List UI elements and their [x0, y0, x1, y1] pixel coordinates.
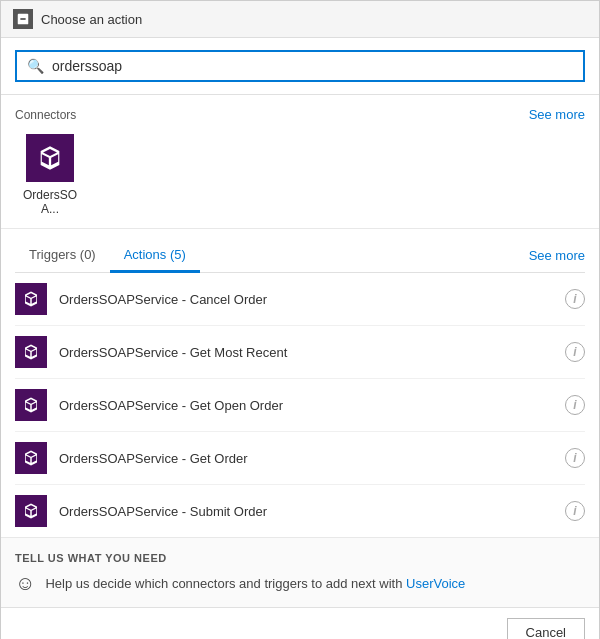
connectors-list: OrdersSOA... — [15, 134, 585, 216]
action-icon — [15, 495, 47, 527]
tell-us-title: TELL US WHAT YOU NEED — [15, 552, 585, 564]
search-input[interactable] — [52, 58, 573, 74]
action-item[interactable]: OrdersSOAPService - Submit Order i — [15, 485, 585, 537]
action-name: OrdersSOAPService - Get Open Order — [59, 398, 565, 413]
tab-triggers[interactable]: Triggers (0) — [15, 239, 110, 273]
search-input-wrapper[interactable]: 🔍 — [15, 50, 585, 82]
tell-us-section: TELL US WHAT YOU NEED ☺ Help us decide w… — [1, 537, 599, 607]
actions-list: OrdersSOAPService - Cancel Order i Order… — [1, 273, 599, 537]
dialog-title: Choose an action — [41, 12, 142, 27]
action-item[interactable]: OrdersSOAPService - Get Open Order i — [15, 379, 585, 432]
action-icon — [15, 283, 47, 315]
action-name: OrdersSOAPService - Cancel Order — [59, 292, 565, 307]
tell-us-message: Help us decide which connectors and trig… — [45, 576, 465, 591]
action-name: OrdersSOAPService - Get Order — [59, 451, 565, 466]
action-item[interactable]: OrdersSOAPService - Get Order i — [15, 432, 585, 485]
connectors-header: Connectors See more — [15, 107, 585, 122]
title-bar: Choose an action — [1, 1, 599, 38]
action-name: OrdersSOAPService - Submit Order — [59, 504, 565, 519]
tabs-section: Triggers (0) Actions (5) See more — [1, 229, 599, 273]
action-name: OrdersSOAPService - Get Most Recent — [59, 345, 565, 360]
action-icon — [15, 442, 47, 474]
connectors-see-more[interactable]: See more — [529, 107, 585, 122]
cancel-button[interactable]: Cancel — [507, 618, 585, 639]
info-icon[interactable]: i — [565, 289, 585, 309]
tell-us-body: ☺ Help us decide which connectors and tr… — [15, 572, 585, 595]
search-icon: 🔍 — [27, 58, 44, 74]
action-item[interactable]: OrdersSOAPService - Get Most Recent i — [15, 326, 585, 379]
search-bar: 🔍 — [1, 38, 599, 95]
connector-item[interactable]: OrdersSOA... — [15, 134, 85, 216]
dialog-footer: Cancel — [1, 607, 599, 639]
action-icon — [15, 389, 47, 421]
connectors-label: Connectors — [15, 108, 76, 122]
action-item[interactable]: OrdersSOAPService - Cancel Order i — [15, 273, 585, 326]
info-icon[interactable]: i — [565, 395, 585, 415]
info-icon[interactable]: i — [565, 448, 585, 468]
tabs-row: Triggers (0) Actions (5) See more — [15, 239, 585, 273]
connector-icon — [26, 134, 74, 182]
tabs-left: Triggers (0) Actions (5) — [15, 239, 200, 272]
info-icon[interactable]: i — [565, 342, 585, 362]
uservoice-link[interactable]: UserVoice — [406, 576, 465, 591]
info-icon[interactable]: i — [565, 501, 585, 521]
title-icon — [13, 9, 33, 29]
tab-actions[interactable]: Actions (5) — [110, 239, 200, 273]
connector-name: OrdersSOA... — [15, 188, 85, 216]
choose-action-dialog: Choose an action 🔍 Connectors See more O… — [0, 0, 600, 639]
action-icon — [15, 336, 47, 368]
tabs-see-more[interactable]: See more — [529, 248, 585, 263]
connectors-section: Connectors See more OrdersSOA... — [1, 95, 599, 229]
smiley-icon: ☺ — [15, 572, 35, 595]
